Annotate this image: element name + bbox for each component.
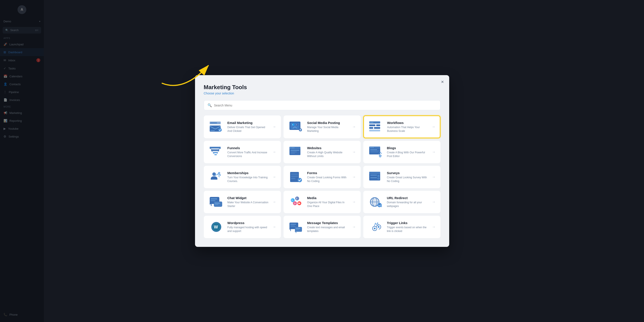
tool-icon-websites: [288, 146, 304, 158]
svg-rect-85: [290, 225, 295, 226]
tool-card-surveys[interactable]: Surveys Create Great Looking Survey With…: [363, 166, 440, 188]
modal-title: Marketing Tools: [204, 84, 440, 91]
svg-point-46: [219, 174, 221, 176]
tool-name-chat-widget: Chat Widget: [228, 196, 269, 200]
tool-desc-blogs: Create A Blog With Our Powerful Post Edi…: [387, 151, 428, 158]
tool-desc-media: Organize All Your Digital Files In One P…: [307, 201, 349, 208]
tool-desc-surveys: Create Great Looking Survey With No Codi…: [387, 176, 428, 183]
svg-point-38: [373, 147, 374, 148]
svg-rect-54: [370, 175, 377, 176]
svg-rect-7: [290, 123, 299, 129]
tool-info-message-templates: Message Templates Create text messages a…: [307, 221, 349, 233]
svg-rect-53: [369, 172, 380, 174]
tool-desc-url-redirect: Domain forwarding for all your webpages: [387, 201, 428, 208]
svg-rect-39: [370, 150, 377, 150]
tool-arrow-url-redirect: →: [432, 200, 436, 204]
svg-rect-49: [291, 176, 298, 177]
tool-desc-memberships: Turn Your Knowledge Into Training Course…: [228, 176, 269, 183]
svg-point-58: [378, 178, 379, 180]
tool-desc-workflows: Automation That Helps Your Business Scal…: [387, 126, 428, 133]
tool-card-media[interactable]: t f ▷ Media Organize All Your Digital Fi…: [284, 191, 361, 213]
tool-info-websites: Websites Create A High Quality Website W…: [307, 146, 349, 158]
svg-rect-86: [290, 226, 296, 227]
tool-arrow-wordpress: →: [272, 225, 276, 229]
tool-info-social-media-posting: Social Media Posting Manage Your Social …: [307, 121, 349, 133]
tool-arrow-chat-widget: →: [272, 200, 276, 204]
tool-arrow-forms: →: [352, 175, 356, 179]
tool-arrow-trigger-links: →: [432, 225, 436, 229]
svg-point-91: [378, 226, 380, 228]
tool-info-surveys: Surveys Create Great Looking Survey With…: [387, 171, 428, 183]
svg-rect-88: [296, 228, 300, 229]
marketing-tools-modal: Marketing Tools Choose your selection × …: [195, 75, 449, 247]
tool-arrow-social-media-posting: →: [352, 125, 356, 129]
svg-rect-89: [296, 229, 299, 230]
tool-card-blogs[interactable]: Blogs Create A Blog With Our Powerful Po…: [363, 141, 440, 163]
svg-rect-19: [369, 127, 373, 129]
svg-point-37: [372, 147, 372, 148]
tool-info-chat-widget: Chat Widget Make Your Website A Conversa…: [228, 196, 269, 208]
tool-info-funnels: Funnels Convert More Traffic And Increas…: [228, 146, 269, 158]
tool-desc-message-templates: Create text messages and email templates: [307, 226, 349, 233]
svg-rect-50: [291, 178, 296, 179]
tool-arrow-workflows: →: [432, 125, 436, 129]
svg-rect-24: [213, 152, 218, 153]
tool-desc-trigger-links: Trigger events based on when the link is…: [387, 226, 428, 233]
tool-arrow-email-marketing: →: [272, 125, 276, 129]
tool-desc-websites: Create A High Quality Website Without Li…: [307, 151, 349, 158]
svg-text:#: #: [292, 124, 293, 126]
tool-desc-forms: Create Great Looking Forms With No Codin…: [307, 176, 349, 183]
tool-name-wordpress: Wordpress: [228, 221, 269, 225]
svg-point-15: [371, 122, 372, 123]
svg-rect-40: [370, 151, 379, 151]
tool-icon-media: t f ▷: [288, 196, 304, 208]
tool-arrow-funnels: →: [272, 150, 276, 154]
tool-card-memberships[interactable]: Memberships Turn Your Knowledge Into Tra…: [204, 166, 281, 188]
svg-rect-57: [370, 178, 377, 178]
svg-point-16: [372, 122, 373, 123]
tool-info-workflows: Workflows Automation That Helps Your Bus…: [387, 121, 428, 133]
tool-name-message-templates: Message Templates: [307, 221, 349, 225]
tool-name-url-redirect: URL Redirect: [387, 196, 428, 200]
svg-point-29: [292, 148, 293, 148]
modal-header: Marketing Tools Choose your selection: [204, 84, 440, 95]
svg-rect-31: [290, 150, 299, 151]
tool-name-surveys: Surveys: [387, 171, 428, 175]
tool-card-chat-widget[interactable]: Chat Widget Make Your Website A Conversa…: [204, 191, 281, 213]
svg-rect-48: [291, 174, 298, 175]
tool-card-funnels[interactable]: Funnels Convert More Traffic And Increas…: [204, 141, 281, 163]
tool-name-memberships: Memberships: [228, 171, 269, 175]
svg-rect-25: [214, 154, 217, 155]
tool-name-media: Media: [307, 196, 349, 200]
search-input[interactable]: [214, 104, 437, 107]
tool-card-forms[interactable]: Forms Create Great Looking Forms With No…: [284, 166, 361, 188]
tool-info-blogs: Blogs Create A Blog With Our Powerful Po…: [387, 146, 428, 158]
svg-point-56: [378, 176, 379, 176]
tool-card-social-media-posting[interactable]: # f Social Media Posting Manage Your Soc…: [284, 116, 361, 138]
svg-point-5: [218, 128, 222, 132]
tool-name-blogs: Blogs: [387, 146, 428, 150]
svg-rect-64: [215, 204, 218, 205]
tool-name-forms: Forms: [307, 171, 349, 175]
tool-name-funnels: Funnels: [228, 146, 269, 150]
tool-arrow-memberships: →: [272, 175, 276, 179]
tool-card-workflows[interactable]: Workflows Automation That Helps Your Bus…: [363, 116, 440, 138]
tool-card-message-templates[interactable]: Message Templates Create text messages a…: [284, 216, 361, 238]
svg-rect-32: [290, 152, 297, 152]
tool-desc-email-marketing: Deliver Emails That Get Opened And Click…: [228, 126, 269, 133]
tool-card-email-marketing[interactable]: Email Marketing Deliver Emails That Get …: [204, 116, 281, 138]
svg-rect-18: [376, 124, 380, 126]
svg-point-14: [370, 122, 370, 123]
tool-info-media: Media Organize All Your Digital Files In…: [307, 196, 349, 208]
tool-card-websites[interactable]: Websites Create A High Quality Website W…: [284, 141, 361, 163]
svg-point-36: [370, 147, 371, 148]
tool-card-url-redirect[interactable]: W URL Redirect Domain forwarding for all…: [363, 191, 440, 213]
modal-close-button[interactable]: ×: [441, 80, 444, 84]
tool-info-url-redirect: URL Redirect Domain forwarding for all y…: [387, 196, 428, 208]
tool-desc-wordpress: Fully managed hosting with speed and sup…: [228, 226, 269, 233]
tool-arrow-blogs: →: [432, 150, 436, 154]
tool-desc-chat-widget: Make Your Website A Conversation Starter: [228, 201, 269, 208]
tool-card-wordpress[interactable]: W Wordpress Fully managed hosting with s…: [204, 216, 281, 238]
svg-rect-22: [210, 147, 221, 148]
tool-card-trigger-links[interactable]: Trigger Links Trigger events based on wh…: [363, 216, 440, 238]
